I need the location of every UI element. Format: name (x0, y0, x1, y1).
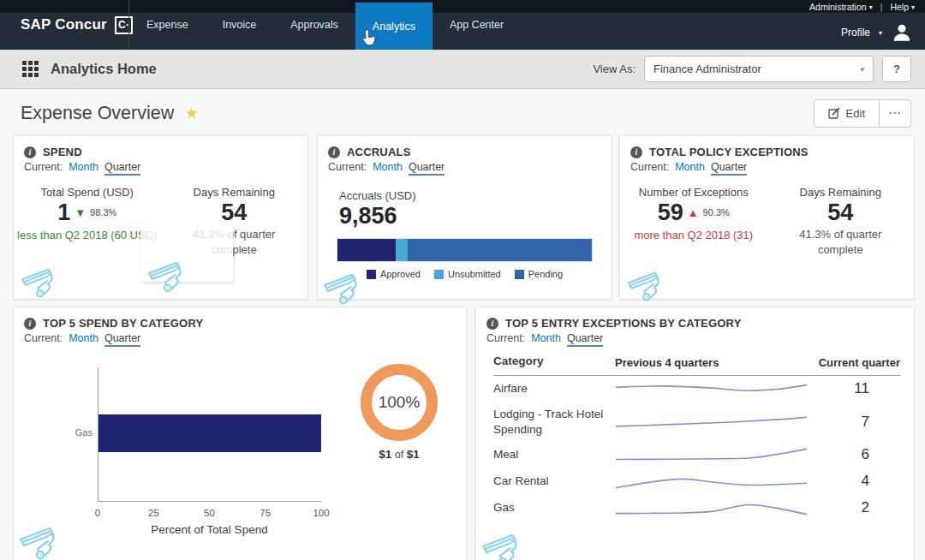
period-toggle: Current: Month Quarter (14, 158, 307, 176)
info-icon[interactable]: i (486, 318, 498, 330)
nav-tab-invoice[interactable]: Invoice (206, 0, 274, 50)
unsubmitted-segment (396, 239, 407, 261)
row-category: Gas (493, 500, 615, 515)
x-axis-line (98, 501, 321, 502)
of-label: of (395, 449, 403, 461)
donut-caption: $1 of $1 (361, 448, 438, 461)
pending-segment (408, 239, 592, 261)
help-menu[interactable]: Help ▾ (890, 2, 915, 12)
metric-label: Total Spend (USD) (14, 186, 161, 199)
legend-pending: Pending (515, 269, 563, 279)
legend-swatch (515, 270, 524, 279)
card-header: i SPEND (14, 136, 307, 158)
info-icon[interactable]: i (24, 318, 36, 330)
row-category: Lodging - Track Hotel Spending (493, 407, 615, 437)
grid-menu-icon[interactable] (22, 61, 39, 77)
sparkline-chart (615, 470, 808, 492)
dashboard-help-button[interactable]: ? (882, 56, 911, 82)
x-axis-label: Percent of Total Spend (98, 523, 321, 536)
view-as-dropdown[interactable]: Finance Administrator ▾ (644, 56, 874, 82)
month-toggle[interactable]: Month (675, 161, 705, 173)
amount-total: $1 (407, 448, 420, 461)
quarter-toggle[interactable]: Quarter (409, 161, 445, 176)
metric-label: Number of Exceptions (620, 186, 767, 199)
row-category: Airfare (493, 381, 615, 396)
legend-label: Approved (380, 269, 421, 279)
card-header: i TOTAL POLICY EXCEPTIONS (620, 136, 914, 158)
row-value: 4 (815, 473, 900, 490)
gas-bar[interactable] (98, 414, 321, 452)
quarter-toggle[interactable]: Quarter (104, 332, 140, 347)
info-icon[interactable]: i (630, 146, 642, 158)
table-row[interactable]: Gas 2 (493, 495, 900, 521)
info-icon[interactable]: i (328, 146, 340, 158)
page-title: Expense Overview (21, 103, 174, 124)
tick-25: 25 (148, 508, 159, 518)
table-row[interactable]: Airfare 11 (493, 376, 900, 402)
administration-label: Administration (809, 2, 867, 12)
view-as-label: View As: (593, 63, 636, 75)
comparison-note: more than Q2 2018 (31) (620, 229, 767, 241)
nav-tab-expense[interactable]: Expense (129, 0, 206, 50)
delta-percent: 98.3% (90, 207, 116, 217)
nav-tab-approvals[interactable]: Approvals (273, 0, 355, 50)
top-spend-card: i TOP 5 SPEND BY CATEGORY Current: Month… (13, 307, 467, 560)
col-current-header: Current quarter (815, 356, 900, 369)
quarter-toggle[interactable]: Quarter (567, 332, 603, 347)
current-label: Current: (630, 161, 669, 173)
legend-swatch (434, 270, 444, 279)
current-label: Current: (328, 161, 367, 173)
profile-menu[interactable]: Profile ▾ (841, 21, 913, 44)
current-label: Current: (24, 161, 63, 173)
bar-category-label: Gas (38, 427, 92, 438)
amount-spent: $1 (379, 448, 391, 461)
exceptions-value: 59 (658, 200, 683, 224)
more-options-button[interactable]: ⋯ (880, 99, 911, 128)
nav-tab-app-center[interactable]: App Center (433, 0, 521, 50)
current-label: Current: (486, 332, 525, 344)
comparison-note: less than Q2 2018 (60 USD) (14, 229, 161, 241)
drag-ghost-card (140, 225, 233, 282)
main-nav-tabs: Expense Invoice Approvals Analytics App … (128, 0, 521, 50)
table-row[interactable]: Lodging - Track Hotel Spending 7 (493, 402, 900, 442)
wallet-icon (147, 259, 185, 294)
period-toggle: Current: Month Quarter (476, 330, 914, 347)
favorite-star-icon[interactable]: ★ (185, 104, 198, 122)
edit-button[interactable]: Edit (814, 99, 880, 128)
help-label: Help (890, 2, 909, 12)
administration-menu[interactable]: Administration ▾ (809, 2, 873, 12)
table-row[interactable]: Meal 6 (493, 442, 900, 468)
accruals-card: i ACCRUALS Current: Month Quarter Accrua… (317, 135, 612, 300)
utility-divider: | (880, 2, 883, 12)
days-remaining-column: Days Remaining 54 41.3% of quarter compl… (767, 186, 915, 257)
trend-up-icon: ▲ (688, 207, 699, 218)
period-toggle: Current: Month Quarter (318, 158, 612, 176)
table-row[interactable]: Car Rental 4 (493, 468, 900, 495)
quarter-toggle[interactable]: Quarter (711, 161, 747, 176)
app-window: Administration ▾ | Help ▾ SAP Concur C· … (0, 0, 925, 560)
tick-100: 100 (313, 508, 329, 518)
info-icon[interactable]: i (24, 146, 36, 158)
nav-tab-analytics[interactable]: Analytics (355, 3, 433, 50)
policy-exceptions-card: i TOTAL POLICY EXCEPTIONS Current: Month… (619, 135, 915, 300)
view-as-value: Finance Administrator (653, 63, 761, 75)
row-value: 2 (815, 499, 900, 516)
month-toggle[interactable]: Month (531, 332, 561, 344)
month-toggle[interactable]: Month (69, 332, 98, 344)
wallet-icon (19, 525, 58, 560)
caret-down-icon: ▾ (911, 4, 915, 11)
quarter-toggle[interactable]: Quarter (104, 161, 140, 176)
pencil-icon (828, 107, 840, 119)
sap-concur-logo[interactable]: SAP Concur C· (21, 0, 133, 50)
legend-unsubmitted: Unsubmitted (434, 269, 501, 279)
caret-down-icon: ▾ (860, 66, 864, 74)
page-section-title: Analytics Home (51, 61, 157, 77)
sparkline-chart (615, 378, 808, 400)
legend-label: Pending (528, 269, 563, 279)
row-value: 6 (815, 446, 900, 463)
current-label: Current: (24, 332, 63, 344)
period-toggle: Current: Month Quarter (14, 330, 466, 347)
month-toggle[interactable]: Month (373, 161, 403, 173)
card-header: i TOP 5 ENTRY EXCEPTIONS BY CATEGORY (476, 307, 914, 330)
month-toggle[interactable]: Month (69, 161, 98, 173)
